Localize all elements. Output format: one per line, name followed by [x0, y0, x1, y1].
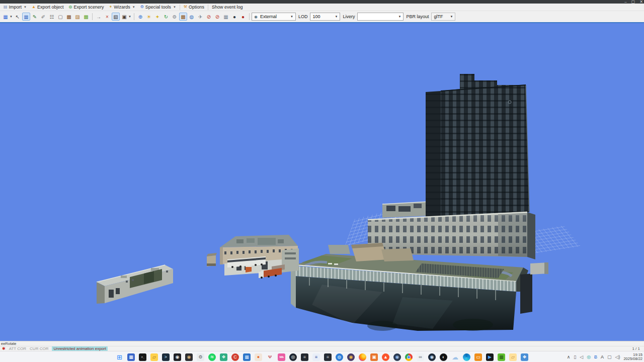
swirl-app[interactable]: ◐: [439, 353, 448, 361]
avatar-app[interactable]: ◉: [185, 353, 193, 361]
maximize-button[interactable]: ▢: [631, 0, 635, 4]
terminal-app[interactable]: >_: [138, 353, 147, 361]
status-highlight: Unrestricted animation export: [52, 346, 108, 351]
material-editor-icon[interactable]: ▨: [73, 13, 82, 21]
menu-export-object[interactable]: ▲Export object: [29, 4, 66, 11]
globe-icon[interactable]: ◍: [188, 13, 196, 21]
grid-toggle-icon[interactable]: ▦: [22, 13, 30, 21]
refresh-icon[interactable]: ↻: [162, 13, 170, 21]
red-sphere-icon[interactable]: ●: [239, 13, 247, 21]
status-bar-line2: ✱ ATT COR CUR COR Unrestricted animation…: [0, 346, 644, 351]
tiles-app[interactable]: ▦: [127, 353, 135, 361]
menu-export-object-icon: ▲: [32, 5, 36, 9]
drawcall-icon[interactable]: ▣: [120, 13, 128, 21]
menu-import-label: Import: [9, 5, 22, 10]
volume-mixer-icon[interactable]: ◁: [580, 355, 583, 359]
orange-app-glyph: ▣: [370, 353, 378, 361]
sun-light-icon[interactable]: ☀: [145, 13, 153, 21]
menu-wizards[interactable]: ✦Wizards▼: [107, 4, 138, 11]
menu-show-event-log[interactable]: Show event log: [209, 4, 246, 11]
record-app[interactable]: ◎: [289, 353, 297, 361]
status-bar-line1: eeRotate: [0, 341, 644, 346]
speaker-icon[interactable]: ◁): [615, 355, 620, 359]
steam[interactable]: ◉: [428, 353, 436, 361]
center-view-icon[interactable]: ⊕: [136, 13, 144, 21]
minecraft[interactable]: ▦: [497, 353, 506, 361]
banner-dark2-app[interactable]: ≡: [324, 353, 332, 361]
attach-point-icon[interactable]: ✐: [39, 13, 47, 21]
model-warehouse: [220, 235, 299, 276]
menu-export-scenery[interactable]: ◍Export scenery: [66, 4, 106, 11]
menu-import[interactable]: ▤Import▼: [1, 4, 29, 11]
dot-app[interactable]: ●: [254, 353, 263, 361]
forbid-alt-icon[interactable]: ⊘: [213, 13, 221, 21]
firefox[interactable]: [358, 353, 367, 361]
owl-app[interactable]: ◉: [347, 353, 355, 361]
ground-polygon-icon[interactable]: ▩: [82, 13, 90, 21]
open-model-icon[interactable]: ▦: [2, 13, 10, 21]
chrome[interactable]: [405, 353, 413, 361]
red-emblem-app[interactable]: Ψ: [266, 353, 274, 361]
bounding-box-icon[interactable]: ▢: [56, 13, 64, 21]
dark-utility-app[interactable]: ◉: [173, 353, 182, 361]
edge-browser[interactable]: [462, 353, 471, 361]
chrome-glyph: [405, 353, 413, 361]
video-player-app[interactable]: ▶: [486, 353, 494, 361]
banner-dark-app[interactable]: ≡: [300, 353, 309, 361]
blue-globe-app[interactable]: ◍: [335, 353, 344, 361]
ime-language-icon[interactable]: A: [601, 355, 604, 359]
puzzle-app[interactable]: ❖: [219, 353, 228, 361]
powershell-app[interactable]: >: [162, 353, 170, 361]
tray-clock[interactable]: 19:15 2025/08/22: [623, 353, 642, 361]
tiles-app-glyph: ▦: [127, 353, 135, 361]
file-explorer[interactable]: ▱: [150, 353, 158, 361]
battery-icon[interactable]: ▯: [574, 355, 576, 359]
orange-app[interactable]: ▣: [370, 353, 378, 361]
infinity-app[interactable]: ∞: [416, 353, 425, 361]
lod-combo[interactable]: 100 ▼: [310, 13, 340, 21]
media-app[interactable]: ❖: [520, 353, 529, 361]
folder-app[interactable]: ▱: [509, 353, 517, 361]
menu-special-tools[interactable]: ⚙Special tools▼: [138, 4, 179, 11]
ccleaner[interactable]: C: [231, 353, 239, 361]
owl-app-glyph: ◉: [347, 353, 355, 361]
display-icon[interactable]: ▢: [607, 355, 612, 359]
pbr-format-combo[interactable]: glTF ▼: [431, 13, 455, 21]
banner-light-app[interactable]: ≡: [312, 353, 320, 361]
settings-gear[interactable]: ⚙: [196, 353, 205, 361]
cur-cor-label: CUR COR: [30, 346, 48, 351]
lamp-icon[interactable]: ✦: [153, 13, 162, 21]
forbid-icon[interactable]: ⊘: [205, 13, 213, 21]
fdb-app[interactable]: fdb: [277, 353, 286, 361]
start-button[interactable]: ⊞: [115, 353, 124, 361]
cloud-app[interactable]: ☁: [451, 353, 459, 361]
minimize-button[interactable]: –: [624, 0, 626, 4]
spotify[interactable]: ≋: [208, 353, 216, 361]
viewport[interactable]: [0, 23, 644, 341]
select-cursor-icon[interactable]: ↖: [14, 13, 22, 21]
livery-combo[interactable]: ▼: [357, 13, 404, 21]
display-mode-combo[interactable]: ◉ External ▼: [252, 13, 296, 21]
transform-box-icon[interactable]: ▩: [179, 13, 187, 21]
close-button[interactable]: ✕: [639, 0, 643, 4]
obs-icon[interactable]: ◎: [587, 355, 591, 359]
bluetooth-icon[interactable]: Ƀ: [594, 355, 597, 359]
delete-icon[interactable]: ×: [103, 13, 111, 21]
texture-box-icon[interactable]: ▩: [65, 13, 73, 21]
menu-import-icon: ▤: [4, 5, 8, 9]
wireframe-toggle-icon[interactable]: ▧: [112, 13, 120, 21]
menu-options[interactable]: ⚒Options: [181, 4, 207, 11]
tray-chevron-icon[interactable]: ∧: [567, 355, 571, 359]
hierarchy-icon[interactable]: ☷: [48, 13, 56, 21]
gear-icon[interactable]: ⚙: [171, 13, 179, 21]
arrow-icon[interactable]: →: [95, 13, 103, 21]
privacy-shield-app[interactable]: ◉: [393, 353, 401, 361]
table-grid-icon[interactable]: ▦: [222, 13, 230, 21]
brave-browser[interactable]: ▲: [381, 353, 390, 361]
dark-sphere-icon[interactable]: ●: [230, 13, 238, 21]
aircraft-icon[interactable]: ✈: [196, 13, 204, 21]
calculator-app[interactable]: ▦: [243, 353, 251, 361]
edit-object-icon[interactable]: ✎: [31, 13, 39, 21]
toolbar-separator: [134, 13, 134, 20]
monitor-app[interactable]: ▭: [474, 353, 482, 361]
